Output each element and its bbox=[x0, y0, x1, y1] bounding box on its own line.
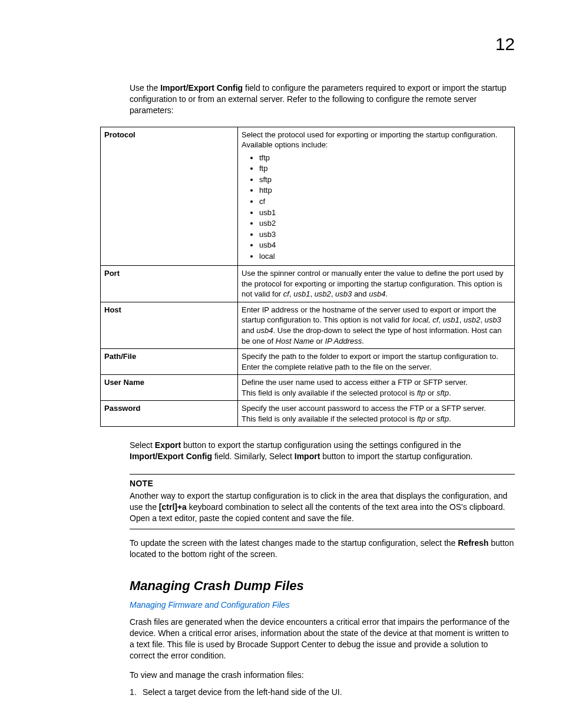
text-line: This field is only available if the sele… bbox=[242, 388, 511, 398]
step-text: Select a target device from the left-han… bbox=[143, 687, 342, 697]
text-italic: ftp bbox=[417, 414, 425, 423]
text: Select the protocol used for exporting o… bbox=[242, 130, 511, 150]
param-label: Password bbox=[101, 401, 238, 427]
param-label: Protocol bbox=[101, 127, 238, 266]
crash-paragraph-2: To view and manage the crash information… bbox=[100, 670, 515, 681]
text-italic: Host Name bbox=[276, 337, 314, 345]
param-description: Define the user name used to access eith… bbox=[238, 375, 515, 401]
text-bold: Import/Export Config bbox=[160, 83, 243, 93]
text-italic: usb4 bbox=[256, 326, 273, 335]
export-import-paragraph: Select Export button to export the start… bbox=[100, 440, 515, 462]
text: . bbox=[449, 388, 451, 397]
list-item: cf bbox=[259, 196, 511, 207]
text-line: This field is only available if the sele… bbox=[242, 414, 511, 424]
table-row: PasswordSpecify the user account passwor… bbox=[101, 401, 515, 427]
text-italic: usb1 bbox=[293, 289, 310, 298]
param-label: Host bbox=[101, 302, 238, 348]
text: or bbox=[425, 388, 437, 397]
note-block: NOTE Another way to export the startup c… bbox=[130, 474, 515, 529]
text-italic: usb3 bbox=[484, 315, 501, 324]
text-italic: usb4 bbox=[369, 289, 385, 298]
text-bold: Export bbox=[155, 440, 181, 450]
text: Select bbox=[130, 440, 155, 450]
text: field. Similarly, Select bbox=[212, 452, 295, 461]
text: , bbox=[459, 315, 464, 324]
text: . bbox=[362, 337, 364, 345]
text: or bbox=[425, 414, 437, 423]
text: , bbox=[438, 315, 442, 324]
table-row: HostEnter IP address or the hostname of … bbox=[101, 302, 515, 348]
text: . bbox=[449, 414, 451, 423]
text-block: Specify the path to the folder to export… bbox=[242, 351, 511, 372]
text-italic: usb3 bbox=[335, 289, 352, 298]
param-label: User Name bbox=[101, 375, 238, 401]
text: , bbox=[310, 289, 314, 298]
text: button to import the startup configurati… bbox=[320, 452, 472, 461]
param-description: Use the spinner control or manually ente… bbox=[238, 266, 515, 302]
text: To update the screen with the latest cha… bbox=[130, 538, 458, 548]
text-italic: local, cf bbox=[412, 315, 438, 324]
text: and bbox=[352, 289, 369, 298]
text-line: Define the user name used to access eith… bbox=[242, 377, 511, 388]
text-bold: Import/Export Config bbox=[130, 452, 212, 461]
page-number: 12 bbox=[495, 32, 515, 57]
param-description: Specify the user account password to acc… bbox=[238, 401, 515, 427]
param-description: Select the protocol used for exporting o… bbox=[238, 127, 515, 266]
intro-paragraph: Use the Import/Export Config field to co… bbox=[100, 83, 515, 116]
list-item: http bbox=[259, 185, 511, 196]
param-label: Path/File bbox=[101, 349, 238, 375]
list-item: sftp bbox=[259, 174, 511, 186]
text-italic: usb1 bbox=[443, 315, 459, 324]
text: Specify the user account password to acc… bbox=[242, 404, 486, 413]
table-row: User NameDefine the user name used to ac… bbox=[101, 375, 515, 401]
parameters-table: ProtocolSelect the protocol used for exp… bbox=[100, 127, 515, 427]
step-number: 1. bbox=[130, 687, 143, 698]
text-bold: [ctrl]+a bbox=[159, 502, 187, 512]
table-row: ProtocolSelect the protocol used for exp… bbox=[101, 127, 515, 266]
ordered-step: 1.Select a target device from the left-h… bbox=[130, 687, 515, 698]
text-italic: ftp bbox=[417, 388, 425, 397]
section-heading: Managing Crash Dump Files bbox=[130, 577, 515, 595]
crash-paragraph: Crash files are generated when the devic… bbox=[100, 617, 515, 661]
text: . bbox=[385, 289, 388, 298]
table-row: PortUse the spinner control or manually … bbox=[101, 266, 515, 302]
param-description: Specify the path to the folder to export… bbox=[238, 349, 515, 375]
text: This field is only available if the sele… bbox=[242, 414, 417, 423]
text-bold: Import bbox=[295, 452, 320, 461]
text-line: Specify the user account password to acc… bbox=[242, 403, 511, 414]
refresh-paragraph: To update the screen with the latest cha… bbox=[100, 538, 515, 560]
list-item: ftp bbox=[259, 163, 511, 174]
text-italic: cf bbox=[283, 289, 289, 298]
option-list: tftpftpsftphttpcfusb1usb2usb3usb4local bbox=[259, 153, 511, 262]
text: and bbox=[242, 326, 256, 335]
text: Specify the path to the folder to export… bbox=[242, 352, 498, 371]
list-item: usb1 bbox=[259, 207, 511, 219]
text: button to export the startup configurati… bbox=[181, 440, 461, 450]
list-item: usb4 bbox=[259, 240, 511, 251]
note-title: NOTE bbox=[130, 478, 515, 489]
note-body: Another way to export the startup config… bbox=[130, 490, 515, 524]
text: Define the user name used to access eith… bbox=[242, 378, 468, 387]
list-item: usb3 bbox=[259, 229, 511, 241]
text: This field is only available if the sele… bbox=[242, 388, 417, 397]
text-bold: Refresh bbox=[458, 538, 488, 548]
table-row: Path/FileSpecify the path to the folder … bbox=[101, 349, 515, 375]
text-italic: sftp bbox=[437, 414, 449, 423]
text: Use the bbox=[130, 83, 160, 93]
text: or bbox=[314, 337, 325, 345]
text-block: Use the spinner control or manually ente… bbox=[242, 268, 511, 299]
list-item: usb2 bbox=[259, 218, 511, 229]
document-page: 12 Use the Import/Export Config field to… bbox=[0, 0, 562, 728]
text-italic: usb2 bbox=[464, 315, 480, 324]
list-item: local bbox=[259, 251, 511, 262]
text-block: Enter IP address or the hostname of the … bbox=[242, 305, 511, 346]
param-description: Enter IP address or the hostname of the … bbox=[238, 302, 515, 348]
param-label: Port bbox=[101, 266, 238, 302]
text-italic: usb2 bbox=[315, 289, 331, 298]
text-italic: IP Address bbox=[325, 337, 362, 345]
text: , bbox=[331, 289, 335, 298]
section-link[interactable]: Managing Firmware and Configuration File… bbox=[130, 599, 515, 611]
list-item: tftp bbox=[259, 153, 511, 164]
text-italic: sftp bbox=[437, 388, 449, 397]
